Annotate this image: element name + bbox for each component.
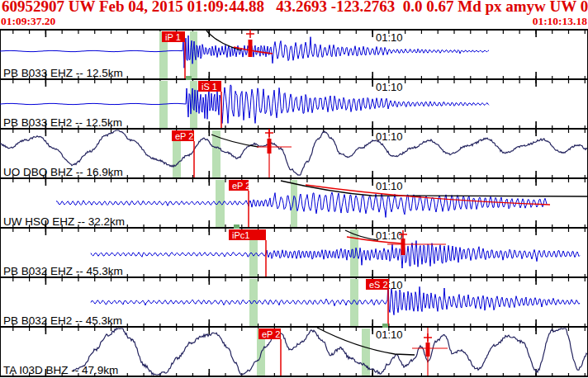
arrival-tick-marker	[186, 76, 192, 80]
seismogram-trace[interactable]	[91, 241, 580, 268]
trace-panel-4[interactable]: 01:10eP 2UW HSQ EHZ -- 32.2km	[3, 180, 588, 228]
seismogram-trace[interactable]	[0, 35, 489, 68]
minute-tick-label: 01:10	[376, 229, 403, 242]
trace-panel-5[interactable]: 01:10iPc1PB B032 EHZ -- 45.3km	[3, 229, 580, 277]
station-label: PB B032 EH2 -- 45.3km	[3, 314, 122, 327]
trace-panel-7[interactable]: 01:10eP 2TA I03D BHZ -- 47.9km	[3, 328, 587, 376]
amplitude-decay-curve	[281, 181, 588, 196]
trace-panel-2[interactable]: 01:10iS 1PB B033 EH2 -- 12.5km	[0, 81, 489, 129]
seismic-picker-window: 60952907 UW Feb 04, 2015 01:09:44.88 43.…	[0, 0, 588, 378]
minute-tick-label: 01:10	[376, 328, 403, 341]
coda-duration-handle[interactable]	[426, 343, 430, 357]
station-label: PB B033 EHZ -- 12.5km	[3, 67, 123, 79]
predicted-arrival-band	[350, 279, 358, 326]
trace-panel-6[interactable]: 01:10eS 2PB B032 EH2 -- 45.3km	[3, 279, 580, 327]
minute-tick-label: 01:10	[376, 31, 403, 44]
pick-flag-label: eP 2	[232, 181, 250, 191]
minute-tick-label: 01:10	[376, 81, 403, 93]
pick-flag-label: eS 2	[369, 280, 388, 290]
pick-flag-label: eP 2	[262, 329, 280, 339]
arrival-tick-marker	[382, 324, 388, 328]
coda-duration-handle[interactable]	[268, 139, 272, 154]
seismogram-trace[interactable]	[91, 281, 580, 314]
station-label: UW HSQ EHZ -- 32.2km	[3, 215, 125, 228]
trace-panel-3[interactable]: 01:10eP 2UO DBQ BHZ -- 16.9km	[0, 129, 587, 178]
waveform-plot[interactable]: 01:10iP 1PB B033 EHZ -- 12.5km01:10iS 1P…	[0, 0, 588, 378]
pick-flag-label: iP 1	[165, 32, 181, 42]
minute-tick-label: 01:10	[376, 130, 403, 143]
pick-flag-label: iS 1	[202, 82, 217, 92]
coda-duration-handle[interactable]	[401, 239, 405, 255]
pick-flag-label: eP 2	[175, 131, 193, 141]
trace-panel-1[interactable]: 01:10iP 1PB B033 EHZ -- 12.5km	[0, 30, 489, 79]
station-label: PB B032 EHZ -- 45.3km	[3, 265, 123, 277]
minute-tick-label: 01:10	[376, 180, 403, 192]
station-label: UO DBQ BHZ -- 16.9km	[3, 166, 123, 178]
coda-duration-handle[interactable]	[249, 40, 253, 57]
station-label: PB B033 EH2 -- 12.5km	[3, 116, 122, 129]
pick-flag-label: iPc1	[232, 230, 249, 240]
station-label: TA I03D BHZ -- 47.9km	[3, 364, 118, 376]
arrival-tick-marker	[234, 224, 239, 229]
seismogram-trace[interactable]	[73, 328, 587, 375]
